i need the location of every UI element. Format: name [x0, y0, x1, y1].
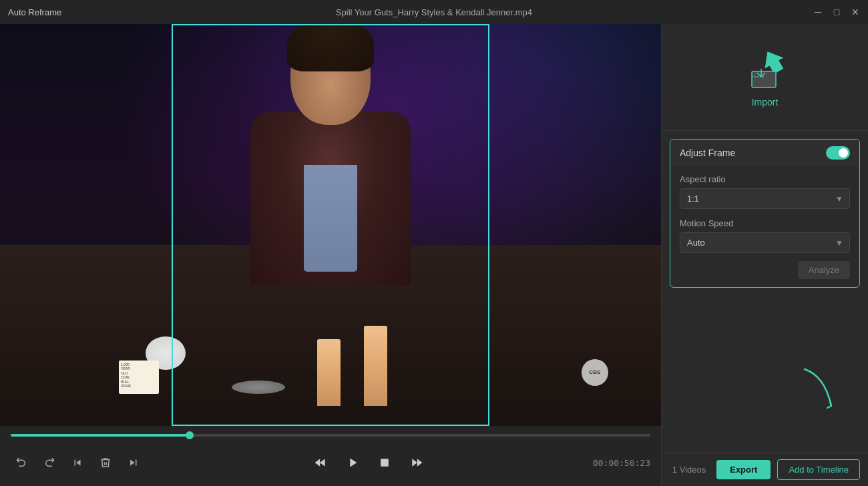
- delete-button[interactable]: [95, 452, 116, 473]
- progress-bar-fill: [11, 434, 190, 437]
- video-frame: 1,000 YEAR OLD COW BULL PENIS CBS: [0, 24, 661, 426]
- title-bar: Auto Reframe Spill Your Guts_Harry Style…: [0, 0, 868, 24]
- bottom-action-bar: 1 Videos Export Add to Timeline: [662, 453, 868, 486]
- skip-to-start-button[interactable]: [67, 452, 88, 473]
- skip-to-end-button[interactable]: [123, 452, 144, 473]
- import-section[interactable]: Import: [662, 24, 868, 131]
- ctrl-group-left: [11, 452, 144, 473]
- add-to-timeline-button[interactable]: Add to Timeline: [777, 459, 860, 480]
- app-name: Auto Reframe: [8, 7, 61, 17]
- aspect-ratio-label: Aspect ratio: [680, 174, 850, 184]
- play-button[interactable]: [341, 451, 365, 475]
- filename: Spill Your Guts_Harry Styles & Kendall J…: [336, 7, 532, 17]
- person-figure: [244, 98, 417, 285]
- aspect-ratio-setting: Aspect ratio 1:1 9:16 4:5 16:9 Custom ▼: [680, 174, 850, 209]
- motion-speed-wrapper: Auto Slow Default Fast ▼: [680, 232, 850, 253]
- import-label: Import: [752, 97, 779, 107]
- table-sign: 1,000 YEAR OLD COW BULL PENIS: [119, 360, 159, 394]
- jacket: [250, 111, 411, 285]
- stop-button[interactable]: [373, 451, 397, 475]
- table-sign-text: 1,000 YEAR OLD COW BULL PENIS: [119, 360, 159, 391]
- toggle-knob: [839, 148, 848, 158]
- prev-frame-button[interactable]: [308, 451, 333, 475]
- maximize-button[interactable]: □: [832, 7, 841, 17]
- motion-speed-label: Motion Speed: [680, 218, 850, 228]
- close-button[interactable]: ✕: [851, 7, 860, 17]
- undo-button[interactable]: [11, 452, 32, 473]
- video-container[interactable]: 1,000 YEAR OLD COW BULL PENIS CBS: [0, 24, 661, 426]
- next-frame-button[interactable]: [405, 451, 429, 475]
- settings-content: Aspect ratio 1:1 9:16 4:5 16:9 Custom ▼: [670, 166, 859, 261]
- video-content: 1,000 YEAR OLD COW BULL PENIS CBS: [0, 24, 661, 426]
- head: [290, 25, 371, 125]
- adjust-frame-toggle[interactable]: [826, 146, 850, 160]
- analyze-section: Analyze: [670, 261, 859, 287]
- minimize-button[interactable]: ─: [813, 7, 823, 17]
- adjust-frame-header: Adjust Frame: [670, 140, 859, 166]
- import-icon: [745, 47, 785, 91]
- svg-rect-0: [381, 459, 389, 467]
- timecode: 00:00:56:23: [593, 458, 650, 468]
- analyze-button[interactable]: Analyze: [798, 261, 850, 279]
- right-panel: Import Adjust Frame Aspect ratio 1:1 9:1…: [661, 24, 868, 486]
- aspect-ratio-wrapper: 1:1 9:16 4:5 16:9 Custom ▼: [680, 188, 850, 209]
- videos-count: 1 Videos: [672, 465, 706, 475]
- export-button[interactable]: Export: [716, 460, 771, 479]
- aspect-ratio-select[interactable]: 1:1 9:16 4:5 16:9 Custom: [680, 188, 850, 209]
- controls-row: 00:00:56:23: [11, 439, 650, 486]
- adjust-frame-section: Adjust Frame Aspect ratio 1:1 9:16 4:5 1…: [670, 139, 860, 288]
- motion-speed-setting: Motion Speed Auto Slow Default Fast ▼: [680, 218, 850, 253]
- adjust-frame-title: Adjust Frame: [680, 148, 735, 158]
- progress-bar-container[interactable]: [11, 426, 650, 439]
- ctrl-group-center: [144, 451, 593, 475]
- video-panel: 1,000 YEAR OLD COW BULL PENIS CBS: [0, 24, 661, 486]
- progress-bar-thumb[interactable]: [186, 431, 194, 439]
- right-spacer: [662, 296, 868, 453]
- candle-2: [364, 326, 387, 406]
- redo-button[interactable]: [39, 452, 60, 473]
- shirt: [304, 165, 357, 272]
- video-controls: 00:00:56:23: [0, 426, 661, 486]
- arrow-annotation: [791, 362, 845, 416]
- window-controls: ─ □ ✕: [813, 7, 860, 17]
- cbs-watermark: CBS: [582, 359, 608, 386]
- motion-speed-select[interactable]: Auto Slow Default Fast: [680, 232, 850, 253]
- candle-1: [317, 339, 341, 406]
- hair: [287, 24, 374, 71]
- progress-bar-track[interactable]: [11, 434, 650, 437]
- import-icon-wrapper: [745, 47, 785, 87]
- main-layout: 1,000 YEAR OLD COW BULL PENIS CBS: [0, 24, 868, 486]
- table-plate: [232, 381, 285, 394]
